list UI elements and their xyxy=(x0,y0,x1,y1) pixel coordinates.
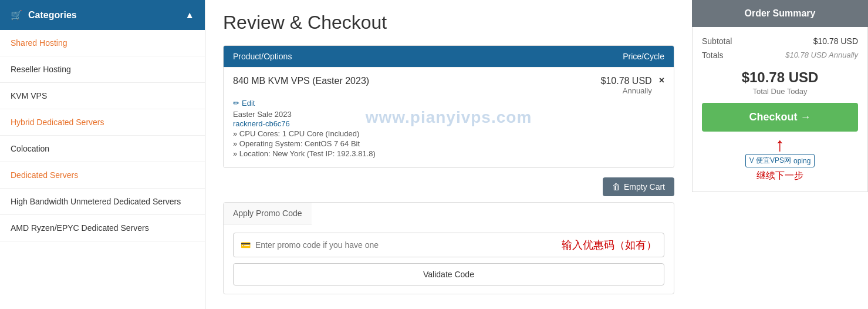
totals-value: $10.78 USD Annually xyxy=(785,51,858,60)
chevron-up-icon: ▲ xyxy=(185,10,194,21)
validate-label: Validate Code xyxy=(423,270,474,279)
arrow-up-icon: ↑ xyxy=(702,135,858,154)
order-summary-body: Subtotal $10.78 USD Totals $10.78 USD An… xyxy=(692,27,868,192)
detail-cpu: » CPU Cores: 1 CPU Core (Included) xyxy=(233,129,664,138)
cart-price: $10.78 USD xyxy=(535,76,652,86)
remove-item-button[interactable]: × xyxy=(659,76,664,85)
subtotal-value: $10.78 USD xyxy=(813,36,858,46)
edit-link[interactable]: ✏ Edit xyxy=(233,99,664,108)
promo-input[interactable] xyxy=(255,240,551,250)
product-details: » CPU Cores: 1 CPU Core (Included) » Ope… xyxy=(233,129,664,158)
totals-label: Totals xyxy=(702,51,724,60)
col-price-header: Price/Cycle xyxy=(547,52,664,61)
annotation-cn: 继续下一步 xyxy=(702,170,858,182)
promo-input-wrap: 💳 输入优惠码（如有） xyxy=(233,233,664,257)
cart-cycle: Annually xyxy=(535,86,652,95)
detail-location: » Location: New York (Test IP: 192.3.81.… xyxy=(233,149,664,158)
checkout-button[interactable]: Checkout → xyxy=(702,103,858,132)
sidebar-title: Categories xyxy=(28,10,77,21)
sidebar-item-reseller-hosting[interactable]: Reseller Hosting xyxy=(0,56,205,83)
annotation-badge: V 便宜VPS网 oping xyxy=(745,154,815,167)
promo-code-line: Easter Sale 2023 xyxy=(233,110,664,119)
sidebar-item-high-bandwidth[interactable]: High Bandwidth Unmetered Dedicated Serve… xyxy=(0,189,205,215)
chinese-annotation: 输入优惠码（如有） xyxy=(562,238,657,252)
validate-code-button[interactable]: Validate Code xyxy=(233,263,664,286)
cart-row: www.pianyivps.com 840 MB KVM VPS (Easter… xyxy=(224,67,674,167)
cart-table: Product/Options Price/Cycle www.pianyivp… xyxy=(223,45,674,168)
checkout-label: Checkout → xyxy=(749,111,810,123)
annotation-area: ↑ V 便宜VPS网 oping 继续下一步 xyxy=(702,135,858,182)
promo-tab-label: Apply Promo Code xyxy=(233,209,302,218)
sidebar-item-hybrid-dedicated[interactable]: Hybrid Dedicated Servers xyxy=(0,109,205,136)
cart-table-header: Product/Options Price/Cycle xyxy=(224,46,674,67)
order-summary-title: Order Summary xyxy=(692,0,868,27)
sidebar-item-colocation[interactable]: Colocation xyxy=(0,136,205,162)
main-content: Review & Checkout Product/Options Price/… xyxy=(205,0,692,309)
subtotal-row: Subtotal $10.78 USD xyxy=(702,36,858,46)
pencil-icon: ✏ xyxy=(233,99,239,108)
oping-label: oping xyxy=(793,157,810,165)
promo-body: 💳 输入优惠码（如有） Validate Code xyxy=(224,224,674,294)
cart-icon: 🛒 xyxy=(11,9,22,21)
sidebar-item-shared-hosting[interactable]: Shared Hosting xyxy=(0,30,205,56)
sidebar-item-dedicated-servers[interactable]: Dedicated Servers xyxy=(0,162,205,189)
sidebar-item-amd-ryzen[interactable]: AMD Ryzen/EPYC Dedicated Servers xyxy=(0,215,205,241)
subtotal-label: Subtotal xyxy=(702,36,732,46)
detail-os: » Operating System: CentOS 7 64 Bit xyxy=(233,139,664,148)
totals-row: Totals $10.78 USD Annually xyxy=(702,51,858,60)
empty-cart-button[interactable]: 🗑 Empty Cart xyxy=(603,177,674,196)
edit-label: Edit xyxy=(242,99,255,108)
product-name: 840 MB KVM VPS (Easter 2023) xyxy=(233,76,535,86)
promo-section: Apply Promo Code 💳 输入优惠码（如有） Validate Co… xyxy=(223,202,674,294)
trash-icon: 🗑 xyxy=(612,182,620,192)
promo-tab[interactable]: Apply Promo Code xyxy=(224,203,312,224)
sidebar-item-kvm-vps[interactable]: KVM VPS xyxy=(0,83,205,109)
total-due-label: Total Due Today xyxy=(702,87,858,96)
coupon-code-link[interactable]: racknerd-cb6c76 xyxy=(233,119,290,128)
page-title: Review & Checkout xyxy=(223,12,674,33)
cart-bottom-bar: 🗑 Empty Cart xyxy=(223,177,674,196)
badge-label: V 便宜VPS网 xyxy=(749,156,791,166)
col-product-header: Product/Options xyxy=(233,52,547,61)
sidebar-header[interactable]: 🛒 Categories ▲ xyxy=(0,0,205,30)
sidebar: 🛒 Categories ▲ Shared Hosting Reseller H… xyxy=(0,0,205,309)
order-total: $10.78 USD Total Due Today xyxy=(702,69,858,96)
total-amount: $10.78 USD xyxy=(702,69,858,86)
credit-card-icon: 💳 xyxy=(241,240,251,250)
order-summary: Order Summary Subtotal $10.78 USD Totals… xyxy=(692,0,868,309)
empty-cart-label: Empty Cart xyxy=(624,182,665,192)
price-block: $10.78 USD Annually xyxy=(535,76,652,95)
